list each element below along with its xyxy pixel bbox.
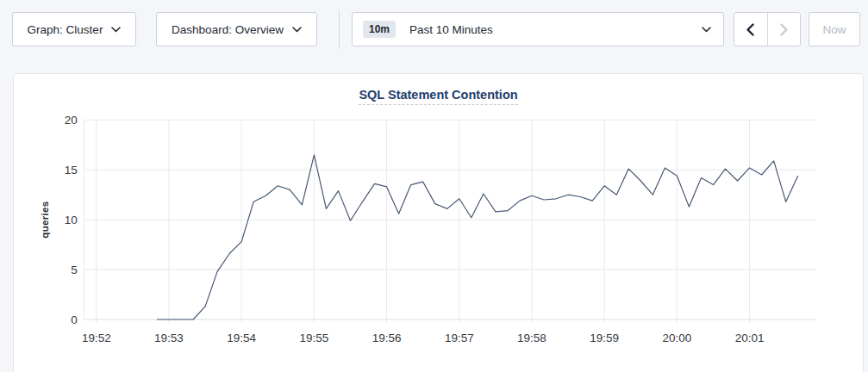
svg-text:19:53: 19:53 <box>154 332 184 344</box>
svg-text:19:58: 19:58 <box>517 332 546 344</box>
svg-text:0: 0 <box>71 313 78 326</box>
previous-time-button[interactable] <box>734 13 767 46</box>
svg-text:19:57: 19:57 <box>445 332 474 344</box>
dashboard-selector-dropdown[interactable]: Dashboard: Overview <box>156 12 317 46</box>
now-button[interactable]: Now <box>809 12 860 46</box>
svg-text:19:54: 19:54 <box>227 332 256 344</box>
svg-text:queries: queries <box>40 202 50 239</box>
chevron-right-icon <box>780 23 788 36</box>
metrics-toolbar: Graph: Cluster Dashboard: Overview 10m P… <box>0 0 868 59</box>
toolbar-divider <box>339 9 340 49</box>
time-step-buttons <box>734 12 801 46</box>
svg-text:20:00: 20:00 <box>663 332 692 344</box>
svg-text:19:56: 19:56 <box>372 332 402 344</box>
sql-statement-contention-chart: 0510152019:5219:5319:5419:5519:5619:5719… <box>14 74 865 367</box>
graph-selector-label: Graph: Cluster <box>28 23 103 36</box>
svg-text:10: 10 <box>65 214 78 226</box>
chevron-left-icon <box>746 23 754 36</box>
next-time-button[interactable] <box>767 13 801 46</box>
time-window-label: Past 10 Minutes <box>409 23 702 36</box>
svg-text:5: 5 <box>71 264 78 276</box>
chevron-down-icon <box>702 27 711 33</box>
now-button-label: Now <box>822 23 846 36</box>
svg-text:19:59: 19:59 <box>590 332 619 344</box>
chevron-down-icon <box>292 27 302 33</box>
svg-text:19:52: 19:52 <box>82 332 111 344</box>
svg-text:15: 15 <box>65 164 78 177</box>
chevron-down-icon <box>111 27 121 33</box>
time-window-badge: 10m <box>363 21 396 38</box>
svg-text:19:55: 19:55 <box>300 332 329 344</box>
graph-selector-dropdown[interactable]: Graph: Cluster <box>12 12 136 46</box>
dashboard-selector-label: Dashboard: Overview <box>172 23 284 36</box>
svg-text:20: 20 <box>65 114 78 127</box>
time-range-dropdown[interactable]: 10m Past 10 Minutes <box>352 12 724 46</box>
chart-panel: SQL Statement Contention 0510152019:5219… <box>13 73 864 372</box>
svg-text:20:01: 20:01 <box>735 332 765 344</box>
